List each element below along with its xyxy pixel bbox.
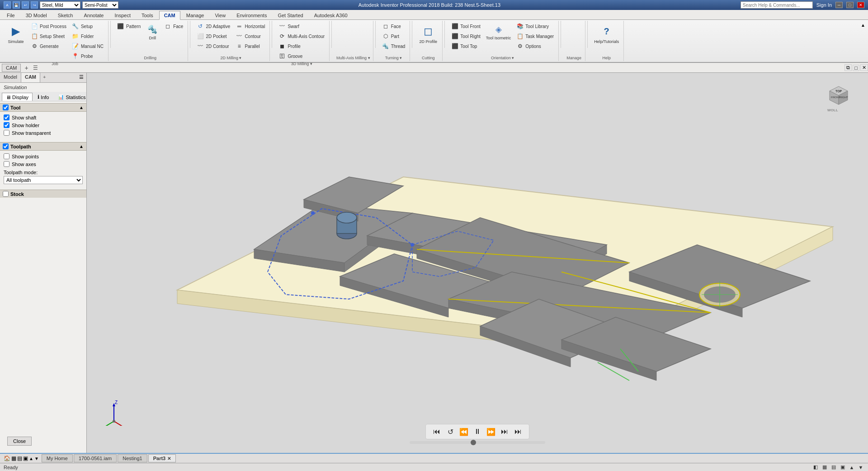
fast-forward-btn[interactable]: ⏭ bbox=[499, 426, 510, 437]
setup-btn[interactable]: 🔧 Setup bbox=[70, 22, 105, 31]
undo-icon[interactable]: ↩ bbox=[22, 1, 29, 9]
panel-tab-cam[interactable]: CAM bbox=[21, 73, 40, 82]
multi-axis-contour-btn[interactable]: ⟳ Multi-Axis Contour bbox=[277, 32, 326, 41]
panel-menu-btn[interactable]: ☰ bbox=[33, 65, 38, 71]
sub-tab-info[interactable]: ℹ Info bbox=[33, 93, 53, 101]
rewind-btn[interactable]: ⏪ bbox=[458, 426, 469, 437]
tab-sketch[interactable]: Sketch bbox=[53, 11, 78, 19]
2d-pocket-btn[interactable]: ⬜ 2D Pocket bbox=[195, 32, 232, 41]
setup-sheet-btn[interactable]: 📋 Setup Sheet bbox=[29, 32, 68, 41]
skip-end-btn[interactable]: ⏭ bbox=[513, 426, 524, 437]
minimize-btn[interactable]: ─ bbox=[835, 2, 843, 8]
tool-library-btn[interactable]: 📚 Tool Library bbox=[514, 22, 556, 31]
pause-btn[interactable]: ⏸ bbox=[472, 426, 483, 437]
2d-contour-btn[interactable]: 〰 2D Contour bbox=[195, 42, 232, 51]
swarf-btn[interactable]: 〰 Swarf bbox=[277, 22, 326, 31]
tab-a360[interactable]: Autodesk A360 bbox=[309, 11, 353, 19]
skip-start-btn[interactable]: ⏮ bbox=[431, 426, 442, 437]
close-viewport-btn[interactable]: ✕ bbox=[860, 64, 868, 71]
panel-menu-icon[interactable]: ☰ bbox=[76, 73, 86, 82]
manual-nc-btn[interactable]: 📝 Manual NC bbox=[70, 42, 105, 51]
horizontal-btn[interactable]: ═ Horizontal bbox=[234, 22, 267, 31]
panel-tab-model[interactable]: Model bbox=[0, 73, 21, 82]
help-btn[interactable]: ? Help/Tutorials bbox=[592, 22, 621, 46]
status-icon-4[interactable]: ▣ bbox=[839, 464, 846, 471]
bottom-tab-nesting[interactable]: Nesting1 bbox=[118, 454, 147, 462]
down-icon[interactable]: ▼ bbox=[34, 456, 39, 461]
panel-tab-add[interactable]: + bbox=[40, 73, 48, 82]
list-icon[interactable]: ▤ bbox=[17, 455, 22, 461]
post-process-btn[interactable]: 📄 Post Process bbox=[29, 22, 68, 31]
show-transparent-checkbox[interactable] bbox=[4, 130, 9, 136]
show-shaft-checkbox[interactable] bbox=[4, 114, 9, 120]
groove-btn[interactable]: ⚿ Groove bbox=[277, 52, 326, 61]
tab-manage[interactable]: Manage bbox=[181, 11, 209, 19]
search-input[interactable] bbox=[741, 1, 813, 9]
show-points-checkbox[interactable] bbox=[4, 153, 9, 159]
viewport[interactable]: Z X Y bbox=[87, 73, 868, 453]
loop-btn[interactable]: ↺ bbox=[445, 426, 456, 437]
ribbon-minimize-btn[interactable]: ▲ bbox=[860, 22, 866, 29]
tool-top-btn[interactable]: ⬛ Tool Top bbox=[449, 42, 482, 51]
status-icon-5[interactable]: ▲ bbox=[848, 464, 855, 471]
logo-icon[interactable]: A bbox=[4, 1, 11, 9]
home-icon[interactable]: 🏠 bbox=[4, 455, 10, 461]
pattern-btn[interactable]: ⬛ Pattern bbox=[115, 22, 142, 31]
tab-file[interactable]: File bbox=[2, 11, 20, 19]
finish-select[interactable]: Semi-Polist bbox=[82, 1, 118, 9]
toolpath-collapse-btn[interactable]: ▲ bbox=[79, 144, 84, 149]
doc-tab-cam[interactable]: CAM bbox=[2, 64, 21, 72]
folder-btn[interactable]: 📁 Folder bbox=[70, 32, 105, 41]
sign-in-btn[interactable]: Sign In bbox=[816, 2, 832, 8]
parallel-btn[interactable]: ≡ Parallel bbox=[234, 42, 267, 51]
tab-environments[interactable]: Environments bbox=[231, 11, 272, 19]
show-holder-checkbox[interactable] bbox=[4, 122, 9, 128]
toolpath-mode-select[interactable]: All toolpath bbox=[4, 176, 83, 184]
up-icon[interactable]: ▲ bbox=[29, 456, 33, 461]
doc-tab-add[interactable]: + bbox=[22, 64, 31, 71]
contour-btn[interactable]: 〰 Contour bbox=[234, 32, 267, 41]
tab-3d-model[interactable]: 3D Model bbox=[21, 11, 52, 19]
bottom-tab-part3[interactable]: Part3 ✕ bbox=[148, 454, 176, 462]
sub-tab-display[interactable]: 🖥 Display bbox=[2, 93, 33, 101]
tool-collapse-btn[interactable]: ▲ bbox=[79, 105, 84, 110]
grid-icon[interactable]: ▦ bbox=[11, 455, 16, 461]
save-icon[interactable]: 💾 bbox=[13, 1, 20, 9]
tab-inspect[interactable]: Inspect bbox=[110, 11, 136, 19]
tool-front-btn[interactable]: ⬛ Tool Front bbox=[449, 22, 482, 31]
tab-view[interactable]: View bbox=[210, 11, 231, 19]
tab-tools[interactable]: Tools bbox=[137, 11, 158, 19]
profile-btn[interactable]: ◼ Profile bbox=[277, 42, 326, 51]
options-btn[interactable]: ⚙ Options bbox=[514, 42, 556, 51]
redo-icon[interactable]: ↪ bbox=[31, 1, 38, 9]
stock-master-checkbox[interactable] bbox=[3, 191, 9, 197]
2d-profile-btn[interactable]: ◻ 2D Profile bbox=[417, 22, 439, 46]
toolpath-master-checkbox[interactable] bbox=[3, 143, 9, 149]
tool-master-checkbox[interactable] bbox=[3, 105, 9, 110]
sub-tab-statistics[interactable]: 📊 Statistics bbox=[54, 93, 87, 101]
simulate-btn[interactable]: ▶ Simulate bbox=[5, 22, 27, 46]
face-drilling-btn[interactable]: ◻ Face bbox=[162, 22, 185, 31]
float-btn[interactable]: □ bbox=[853, 65, 859, 71]
forward-btn[interactable]: ⏩ bbox=[486, 426, 496, 437]
view-cube[interactable]: TOP FRONT RIGHT WOLL bbox=[823, 82, 854, 114]
part3-close-icon[interactable]: ✕ bbox=[167, 456, 171, 461]
drill-btn[interactable]: 🔩 Drill bbox=[144, 22, 160, 42]
thread-btn[interactable]: 🔩 Thread bbox=[380, 42, 407, 51]
tab-get-started[interactable]: Get Started bbox=[273, 11, 308, 19]
show-axes-checkbox[interactable] bbox=[4, 161, 9, 167]
status-icon-1[interactable]: ◧ bbox=[812, 464, 819, 471]
table-icon[interactable]: ▣ bbox=[23, 455, 28, 461]
tool-isometric-btn[interactable]: ◈ Tool Isometric bbox=[484, 22, 513, 42]
bottom-tab-iam[interactable]: 1700-0561.iam bbox=[74, 454, 117, 462]
task-manager-btn[interactable]: 📋 Task Manager bbox=[514, 32, 556, 41]
progress-thumb[interactable] bbox=[471, 440, 476, 445]
bottom-tab-my-home[interactable]: My Home bbox=[42, 454, 73, 462]
tab-annotate[interactable]: Annotate bbox=[79, 11, 108, 19]
face-turning-btn[interactable]: ◻ Face bbox=[380, 22, 407, 31]
part-btn[interactable]: ⬡ Part bbox=[380, 32, 407, 41]
restore-btn[interactable]: ⧉ bbox=[844, 64, 852, 71]
tab-cam[interactable]: CAM bbox=[159, 11, 180, 20]
probe-btn[interactable]: 📍 Probe bbox=[70, 52, 105, 61]
material-select[interactable]: Steel, Mild bbox=[40, 1, 80, 9]
